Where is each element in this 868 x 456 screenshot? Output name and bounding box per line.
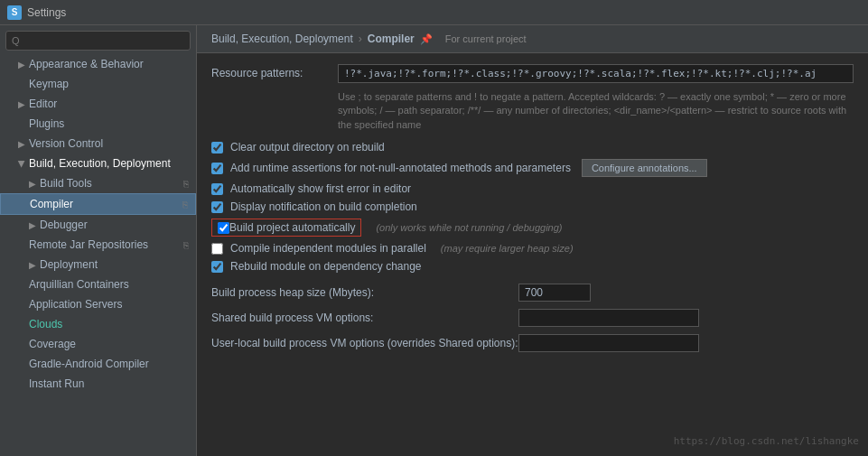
sidebar-item-label: Gradle-Android Compiler [29,358,149,370]
sidebar-item-clouds[interactable]: Clouds [0,314,196,334]
sidebar-item-version-control[interactable]: ▶ Version Control [0,134,196,154]
breadcrumb-project: For current project [445,33,527,44]
checkbox-build-auto-input[interactable] [218,222,229,234]
sidebar-item-keymap[interactable]: Keymap [0,74,196,94]
checkbox-show-first-error-label: Automatically show first error in editor [230,182,411,195]
sidebar-item-editor[interactable]: ▶ Editor [0,94,196,114]
heap-size-label: Build process heap size (Mbytes): [211,286,518,299]
watermark: https://blog.csdn.net/lishangke [674,435,859,447]
breadcrumb-path: Build, Execution, Deployment [211,33,353,45]
content-header: Build, Execution, Deployment › Compiler … [197,25,868,53]
checkbox-add-runtime-label: Add runtime assertions for not-null-anno… [230,162,571,174]
checkbox-add-runtime-input[interactable] [211,163,223,174]
checkbox-compile-parallel-input[interactable] [211,243,223,255]
sidebar-item-coverage[interactable]: Coverage [0,334,196,354]
sidebar-item-debugger[interactable]: ▶ Debugger [0,215,196,235]
sidebar-item-plugins[interactable]: Plugins [0,114,196,134]
search-input[interactable] [23,34,184,47]
checkbox-compile-parallel-row: Compile independent modules in parallel … [211,242,854,255]
checkbox-clear-output: Clear output directory on rebuild [211,141,854,154]
user-local-vm-input[interactable] [518,334,699,352]
arrow-icon: ▶ [17,160,27,167]
app-icon: S [7,5,22,20]
sidebar-item-label: Remote Jar Repositories [29,238,148,251]
title-bar-text: Settings [27,6,66,19]
arrow-icon: ▶ [29,179,36,189]
checkbox-compile-parallel-label: Compile independent modules in parallel [230,242,426,255]
arrow-icon: ▶ [29,260,36,270]
sidebar-item-label: Appearance & Behavior [29,58,144,70]
sidebar-item-label: Clouds [29,318,62,330]
content-body: Resource patterns: Use ; to separate pat… [197,53,868,370]
sidebar-item-label: Application Servers [29,298,122,311]
arrow-icon: ▶ [29,220,36,230]
title-bar: S Settings [0,0,868,25]
sidebar-item-compiler[interactable]: Compiler ⎘ [0,193,196,215]
arrow-icon: ▶ [18,139,25,149]
sidebar-item-label: Coverage [29,338,76,350]
configure-annotations-button[interactable]: Configure annotations... [582,159,707,177]
sidebar-item-label: Keymap [29,78,69,90]
breadcrumb-sep: › [359,33,362,45]
sidebar-item-remote-jar[interactable]: Remote Jar Repositories ⎘ [0,235,196,255]
copy-icon: ⎘ [182,200,188,209]
shared-vm-input[interactable] [518,309,699,327]
sidebar: Q ▶ Appearance & Behavior Keymap ▶ Edito… [0,25,197,456]
sidebar-item-deployment[interactable]: ▶ Deployment [0,255,196,275]
sidebar-item-label: Plugins [29,117,64,130]
breadcrumb-current: Compiler [368,33,415,45]
checkbox-show-first-error-input[interactable] [211,183,223,195]
arrow-icon: ▶ [18,60,25,70]
build-auto-highlight-box: Build project automatically [211,219,361,237]
sidebar-item-label: Instant Run [29,377,84,390]
checkbox-display-notification-input[interactable] [211,201,223,213]
resource-patterns-row: Resource patterns: [211,64,854,83]
search-box[interactable]: Q [5,31,191,51]
checkbox-clear-output-input[interactable] [211,142,223,154]
checkbox-build-auto-label: Build project automatically [229,221,355,234]
checkbox-add-runtime: Add runtime assertions for not-null-anno… [211,159,854,177]
sidebar-item-label: Version Control [29,137,103,150]
sidebar-item-gradle-android[interactable]: Gradle-Android Compiler [0,354,196,374]
heap-size-row: Build process heap size (Mbytes): [211,284,854,302]
compile-parallel-note: (may require larger heap size) [441,243,574,254]
checkbox-clear-output-label: Clear output directory on rebuild [230,141,385,154]
checkbox-display-notification: Display notification on build completion [211,200,854,213]
checkbox-show-first-error: Automatically show first error in editor [211,182,854,195]
copy-icon: ⎘ [183,179,189,189]
sidebar-item-label: Editor [29,98,57,110]
checkbox-rebuild-module-input[interactable] [211,261,223,273]
sidebar-item-label: Arquillian Containers [29,278,129,291]
sidebar-item-label: Debugger [40,219,88,231]
user-local-vm-label: User-local build process VM options (ove… [211,337,518,349]
resource-patterns-input[interactable] [338,64,854,83]
sidebar-item-label: Build Tools [40,177,92,190]
build-auto-note: (only works while not running / debuggin… [376,222,562,233]
copy-icon: ⎘ [183,240,189,250]
user-local-vm-row: User-local build process VM options (ove… [211,334,854,352]
search-icon: Q [12,35,20,46]
sidebar-item-instant-run[interactable]: Instant Run [0,374,196,394]
arrow-icon: ▶ [18,99,25,109]
checkbox-build-auto-row: Build project automatically (only works … [211,219,854,237]
pin-icon: 📌 [420,33,433,45]
sidebar-item-label: Build, Execution, Deployment [29,157,171,170]
sidebar-item-label: Deployment [40,258,98,271]
checkbox-display-notification-label: Display notification on build completion [230,200,417,213]
sidebar-item-app-servers[interactable]: Application Servers [0,294,196,314]
resource-patterns-label: Resource patterns: [211,64,338,79]
sidebar-item-build-tools[interactable]: ▶ Build Tools ⎘ [0,173,196,193]
heap-size-input[interactable] [518,284,591,302]
shared-vm-row: Shared build process VM options: [211,309,854,327]
content-area: Build, Execution, Deployment › Compiler … [197,25,868,456]
main-layout: Q ▶ Appearance & Behavior Keymap ▶ Edito… [0,25,868,456]
shared-vm-label: Shared build process VM options: [211,312,518,324]
sidebar-item-build-exec[interactable]: ▶ Build, Execution, Deployment [0,154,196,173]
checkbox-rebuild-module-label: Rebuild module on dependency change [230,260,422,273]
sidebar-item-appearance[interactable]: ▶ Appearance & Behavior [0,54,196,74]
resource-patterns-hint: Use ; to separate patterns and ! to nega… [338,90,854,132]
sidebar-item-arquillian[interactable]: Arquillian Containers [0,275,196,294]
checkbox-rebuild-module: Rebuild module on dependency change [211,260,854,273]
sidebar-item-label: Compiler [30,198,73,210]
